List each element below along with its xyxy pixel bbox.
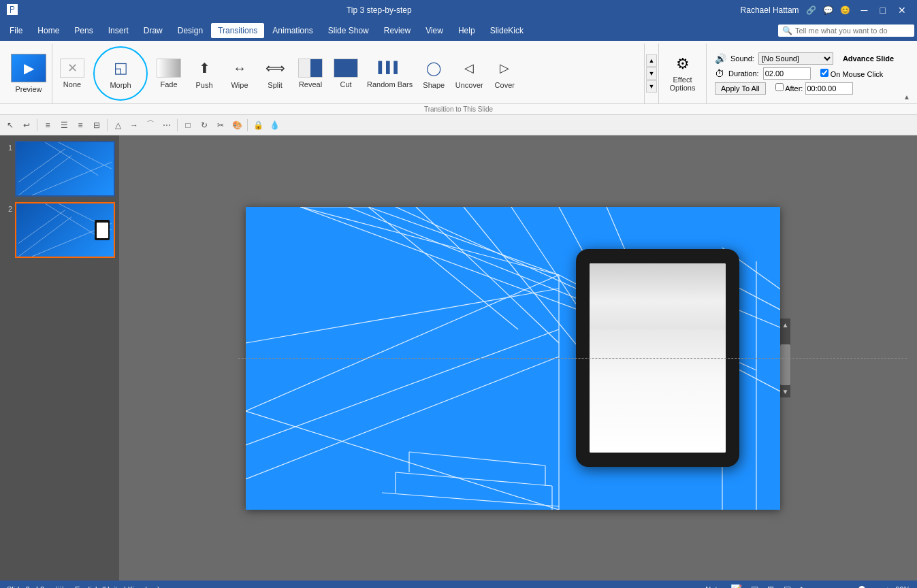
ribbon-section-label: Transition to This Slide — [0, 104, 917, 115]
effect-options-panel: ⚙ EffectOptions — [658, 44, 706, 103]
apply-to-all-button[interactable]: Apply To All — [715, 82, 766, 95]
svg-line-3 — [45, 142, 98, 176]
menu-slideshow[interactable]: Slide Show — [321, 23, 376, 38]
toolbar-connectors[interactable]: ⌒ — [143, 118, 158, 133]
transition-morph[interactable]: ◱ Morph — [93, 46, 148, 101]
random-bars-icon: ▌▌▌ — [378, 57, 402, 78]
transition-cut[interactable]: Cut — [329, 49, 363, 98]
scrollbar-up-button[interactable]: ▲ — [780, 318, 790, 331]
menu-transitions[interactable]: Transitions — [211, 23, 264, 38]
toolbar-distribute[interactable]: ⊟ — [89, 118, 104, 133]
preview-thumb[interactable]: ▶ — [11, 54, 46, 82]
slide-number-1: 1 — [4, 144, 12, 152]
after-label: After: — [785, 84, 803, 93]
toolbar-more[interactable]: ⋯ — [159, 118, 174, 133]
shape-icon: ◯ — [421, 58, 446, 78]
menu-draw[interactable]: Draw — [137, 23, 170, 38]
menu-help[interactable]: Help — [451, 23, 482, 38]
slide-info-icon[interactable]: ⬚ — [55, 584, 64, 589]
sound-select[interactable]: [No Sound] — [758, 52, 833, 65]
effect-options-label[interactable]: EffectOptions — [670, 76, 696, 92]
transition-cover[interactable]: ▷ Cover — [487, 49, 521, 98]
duration-row: ⏱ Duration: On Mouse Click — [715, 67, 894, 80]
notes-icon[interactable]: 📝 — [730, 584, 742, 589]
duration-label: Duration: — [728, 69, 759, 78]
menu-insert[interactable]: Insert — [101, 23, 135, 38]
svg-line-4 — [32, 162, 112, 195]
on-mouse-click-checkbox[interactable] — [820, 69, 828, 77]
slide-canvas[interactable] — [246, 207, 780, 510]
toolbar-align-left[interactable]: ≡ — [40, 118, 55, 133]
close-button[interactable]: ✕ — [894, 3, 910, 17]
scroll-down-button[interactable]: ▼ — [646, 67, 657, 80]
toolbar-group[interactable]: □ — [180, 118, 195, 133]
scroll-more-button[interactable]: ▼ — [646, 80, 657, 93]
menu-slidekick[interactable]: SlideKick — [483, 23, 530, 38]
toolbar-arrows[interactable]: → — [127, 118, 142, 133]
transition-shape[interactable]: ◯ Shape — [417, 49, 451, 98]
menu-pens[interactable]: Pens — [67, 23, 99, 38]
ribbon-collapse: ▲ — [902, 44, 912, 103]
svg-line-0 — [18, 156, 71, 196]
toolbar-eyedropper[interactable]: 💧 — [267, 118, 282, 133]
toolbar-lock[interactable]: 🔒 — [251, 118, 266, 133]
zoom-out-icon[interactable]: − — [816, 585, 820, 589]
transition-wipe-label: Wipe — [231, 81, 248, 89]
transition-cover-label: Cover — [495, 81, 515, 89]
transition-none[interactable]: ✕ None — [55, 49, 89, 98]
zoom-thumb — [858, 586, 865, 589]
minimize-button[interactable]: ─ — [857, 3, 872, 17]
toolbar-rotate[interactable]: ↻ — [197, 118, 212, 133]
slide-thumb-1[interactable] — [15, 141, 115, 197]
toolbar-crop[interactable]: ✂ — [213, 118, 228, 133]
wipe-icon: ↔ — [227, 58, 252, 78]
share-icon[interactable]: 🔗 — [806, 5, 816, 15]
notes-button[interactable]: Notes — [705, 585, 725, 589]
scrollbar-down-button[interactable]: ▼ — [780, 385, 790, 397]
comments-icon[interactable]: 💬 — [823, 5, 833, 15]
menu-file[interactable]: File — [3, 23, 29, 38]
tablet-device — [576, 249, 739, 467]
normal-view-icon[interactable]: ▣ — [747, 583, 761, 589]
menu-home[interactable]: Home — [31, 23, 66, 38]
after-checkbox[interactable] — [775, 83, 784, 91]
preview-label[interactable]: Preview — [15, 85, 42, 93]
transition-push[interactable]: ⬆ Push — [187, 49, 221, 98]
toolbar-undo-icon[interactable]: ↩ — [19, 118, 34, 133]
timing-panel: 🔊 Sound: [No Sound] Advance Slide ⏱ Dura… — [706, 44, 902, 103]
toolbar-align-right[interactable]: ≡ — [73, 118, 88, 133]
zoom-in-icon[interactable]: + — [886, 585, 890, 589]
slide-sorter-icon[interactable]: ⊞ — [764, 583, 777, 589]
search-bar[interactable]: 🔍 — [778, 24, 914, 37]
view-icons: ▣ ⊞ ▤ ▶ — [747, 583, 810, 589]
after-input[interactable] — [805, 82, 853, 95]
transition-uncover[interactable]: ◁ Uncover — [452, 49, 486, 98]
scrollbar-thumb[interactable] — [780, 344, 790, 385]
zoom-level[interactable]: 66% — [895, 585, 910, 589]
toolbar-shapes[interactable]: △ — [110, 118, 125, 133]
transition-random-bars-label: Random Bars — [367, 80, 413, 89]
duration-input[interactable] — [763, 67, 811, 80]
menu-view[interactable]: View — [419, 23, 450, 38]
scroll-up-button[interactable]: ▲ — [646, 54, 657, 67]
slide-info: Slide 2 of 2 — [7, 585, 44, 589]
menu-animations[interactable]: Animations — [266, 23, 319, 38]
slideshow-icon[interactable]: ▶ — [797, 583, 810, 589]
search-input[interactable] — [795, 27, 904, 35]
transition-random-bars[interactable]: ▌▌▌ Random Bars — [364, 49, 415, 98]
transition-shape-label: Shape — [423, 81, 445, 89]
transition-wipe[interactable]: ↔ Wipe — [223, 49, 257, 98]
restore-button[interactable]: □ — [876, 3, 890, 17]
collapse-ribbon-button[interactable]: ▲ — [903, 93, 910, 101]
reading-view-icon[interactable]: ▤ — [780, 583, 794, 589]
toolbar-cursor-icon[interactable]: ↖ — [3, 118, 18, 133]
transition-split[interactable]: ⟺ Split — [258, 49, 292, 98]
menu-design[interactable]: Design — [171, 23, 210, 38]
toolbar-align-center[interactable]: ☰ — [57, 118, 71, 133]
transition-reveal[interactable]: Reveal — [293, 49, 327, 98]
canvas-scrollbar[interactable]: ▲ ▼ — [780, 318, 790, 397]
toolbar-format[interactable]: 🎨 — [229, 118, 244, 133]
transition-fade[interactable]: Fade — [152, 49, 186, 98]
menu-review[interactable]: Review — [377, 23, 417, 38]
slide-thumb-2[interactable] — [15, 202, 115, 258]
